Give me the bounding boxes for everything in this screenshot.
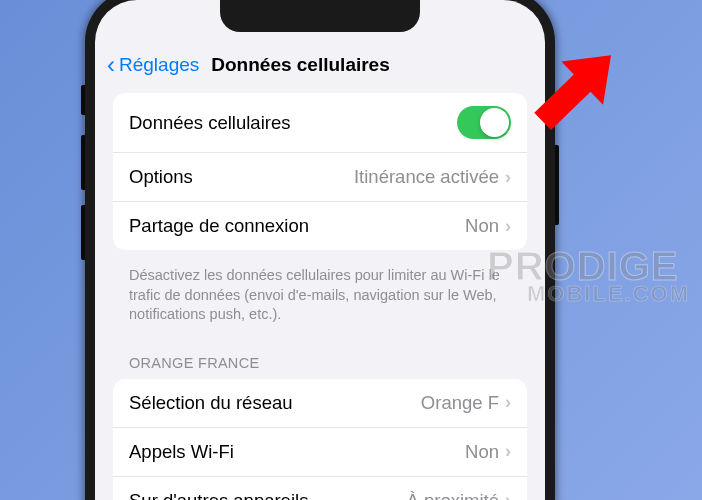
page-title: Données cellulaires (211, 54, 389, 76)
settings-screen: ‹ Réglages Données cellulaires Données c… (95, 0, 545, 500)
watermark-line1: PRODIGE (487, 248, 690, 284)
navigation-bar: ‹ Réglages Données cellulaires (95, 45, 545, 93)
network-selection-row[interactable]: Sélection du réseau Orange F › (113, 379, 527, 428)
other-devices-row[interactable]: Sur d'autres appareils À proximité › (113, 477, 527, 500)
options-row[interactable]: Options Itinérance activée › (113, 153, 527, 202)
watermark: PRODIGE MOBILE.COM (487, 248, 690, 304)
network-selection-value: Orange F (421, 392, 499, 414)
network-selection-label: Sélection du réseau (129, 392, 293, 414)
volume-up-button (81, 135, 85, 190)
hotspot-row[interactable]: Partage de connexion Non › (113, 202, 527, 250)
hotspot-value: Non (465, 215, 499, 237)
cellular-data-row[interactable]: Données cellulaires (113, 93, 527, 153)
wifi-calling-row[interactable]: Appels Wi-Fi Non › (113, 428, 527, 477)
other-devices-value: À proximité (406, 490, 499, 500)
other-devices-label: Sur d'autres appareils (129, 490, 308, 500)
watermark-line2: MOBILE.COM (527, 284, 690, 304)
chevron-right-icon: › (505, 392, 511, 413)
chevron-right-icon: › (505, 167, 511, 188)
cellular-data-label: Données cellulaires (129, 112, 290, 134)
settings-group-cellular: Données cellulaires Options Itinérance a… (113, 93, 527, 250)
annotation-arrow-icon (510, 25, 640, 159)
toggle-knob (480, 108, 509, 137)
cellular-data-toggle[interactable] (457, 106, 511, 139)
wifi-calling-value: Non (465, 441, 499, 463)
chevron-right-icon: › (505, 216, 511, 237)
phone-frame: ‹ Réglages Données cellulaires Données c… (85, 0, 555, 500)
chevron-right-icon: › (505, 441, 511, 462)
volume-down-button (81, 205, 85, 260)
carrier-section-header: ORANGE FRANCE (95, 347, 545, 379)
options-value: Itinérance activée (354, 166, 499, 188)
settings-group-carrier: Sélection du réseau Orange F › Appels Wi… (113, 379, 527, 500)
back-chevron-icon[interactable]: ‹ (107, 53, 115, 77)
svg-marker-0 (522, 34, 632, 143)
chevron-right-icon: › (505, 490, 511, 500)
cellular-footer-text: Désactivez les données cellulaires pour … (95, 260, 545, 347)
wifi-calling-label: Appels Wi-Fi (129, 441, 234, 463)
notch (220, 0, 420, 32)
mute-switch (81, 85, 85, 115)
options-label: Options (129, 166, 193, 188)
hotspot-label: Partage de connexion (129, 215, 309, 237)
back-button-label[interactable]: Réglages (119, 54, 199, 76)
